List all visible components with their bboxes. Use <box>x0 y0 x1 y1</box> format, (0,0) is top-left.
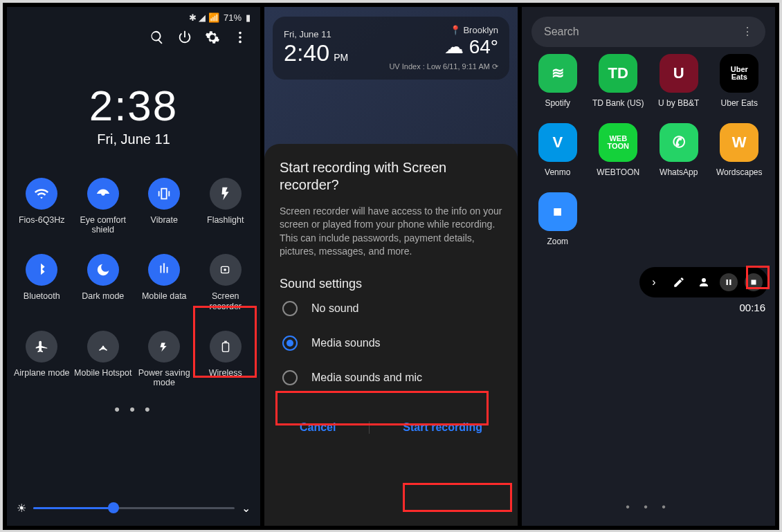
qs-tile-label: Eye comfort shield <box>74 215 132 235</box>
app-icon: Uber Eats <box>720 54 758 93</box>
app-label: WhatsApp <box>660 167 698 177</box>
app-drawer-panel: Search ⋮ ≋SpotifyTDTD Bank (US)UU by BB&… <box>522 7 775 526</box>
bt-icon <box>26 254 57 286</box>
app-label: WEBTOON <box>597 167 639 177</box>
qs-tile-label: Bluetooth <box>24 291 60 301</box>
weather-time: 2:40 <box>284 39 329 66</box>
start-recording-button[interactable]: Start recording <box>396 416 489 439</box>
weather-temp: 64° <box>469 36 498 57</box>
dialog-title: Start recording with Screen recorder? <box>280 159 502 194</box>
chevron-down-icon[interactable]: ⌄ <box>242 502 251 515</box>
svg-point-1 <box>239 36 242 39</box>
moon-icon <box>87 254 119 286</box>
data-icon <box>148 254 180 286</box>
search-icon[interactable] <box>149 30 165 48</box>
app-spotify[interactable]: ≋Spotify <box>527 54 588 108</box>
screen-recorder-dialog: Start recording with Screen recorder? Sc… <box>264 144 518 526</box>
qs-tile-label: Screen recorder <box>197 291 255 311</box>
status-icons: ✱ ◢ 📶 <box>189 12 219 23</box>
app-icon: ✆ <box>660 123 698 162</box>
qs-tile-power[interactable]: Power saving mode <box>134 331 195 388</box>
app-icon: TD <box>599 54 637 93</box>
qs-tile-label: Dark mode <box>82 291 124 301</box>
chevron-right-icon[interactable]: › <box>645 273 663 291</box>
app-icon: WEB TOON <box>599 123 637 162</box>
dialog-description: Screen recorder will have access to the … <box>280 205 502 259</box>
wireless-icon <box>210 331 242 363</box>
qs-tile-bt[interactable]: Bluetooth <box>11 254 73 311</box>
qs-tile-label: Vibrate <box>151 215 178 225</box>
radio-label: Media sounds <box>311 337 381 349</box>
clock-date: Fri, June 11 <box>7 131 260 147</box>
power-icon <box>148 331 180 363</box>
clock-time: 2:38 <box>7 81 260 130</box>
eye-icon <box>87 178 119 210</box>
gear-icon[interactable] <box>205 30 220 48</box>
qs-tile-data[interactable]: Mobile data <box>134 254 195 311</box>
app-label: TD Bank (US) <box>592 98 644 108</box>
qs-tile-flash[interactable]: Flashlight <box>195 178 257 235</box>
qs-tile-label: Power saving mode <box>135 368 193 388</box>
weather-widget[interactable]: Fri, June 11 2:40PM 📍 Brooklyn ☁ 64° UV … <box>273 17 509 80</box>
qs-tile-hotspot[interactable]: Mobile Hotspot <box>73 331 134 388</box>
brightness-slider[interactable] <box>33 507 235 509</box>
app-webtoon[interactable]: WEB TOONWEBTOON <box>588 123 649 177</box>
qs-tile-wireless[interactable]: Wireless <box>195 331 257 388</box>
app-td-bank-us-[interactable]: TDTD Bank (US) <box>588 54 649 108</box>
weather-location: Brooklyn <box>463 25 498 35</box>
clock-widget: 2:38 Fri, June 11 <box>7 81 260 147</box>
weather-sub: UV Index : Low 6/11, 9:11 AM ⟳ <box>389 62 498 71</box>
radio-label: Media sounds and mic <box>311 372 422 384</box>
app-icon: ■ <box>538 192 577 231</box>
app-wordscapes[interactable]: WWordscapes <box>709 123 770 177</box>
app-venmo[interactable]: VVenmo <box>527 123 588 177</box>
weather-date: Fri, June 11 <box>284 29 348 39</box>
qs-tile-label: Fios-6Q3Hz <box>19 215 65 225</box>
sound-option[interactable]: No sound <box>280 291 502 326</box>
screen-recorder-toolbar[interactable]: › <box>639 267 768 297</box>
search-placeholder: Search <box>544 26 742 38</box>
sound-option[interactable]: Media sounds and mic <box>280 360 502 395</box>
weather-ampm: PM <box>334 52 348 63</box>
battery-icon: ▮ <box>246 12 251 23</box>
battery-percent: 71% <box>224 12 242 23</box>
sound-option[interactable]: Media sounds <box>280 326 502 360</box>
recording-timer: 00:16 <box>739 302 765 313</box>
pencil-icon[interactable] <box>670 273 688 291</box>
app-zoom[interactable]: ■Zoom <box>527 192 588 246</box>
qs-tile-label: Flashlight <box>207 215 244 225</box>
more-icon[interactable] <box>233 30 248 48</box>
qs-tile-rec[interactable]: Screen recorder <box>195 254 257 311</box>
qs-tile-plane[interactable]: Airplane mode <box>11 331 73 388</box>
wifi-icon <box>26 178 57 210</box>
app-uber-eats[interactable]: Uber EatsUber Eats <box>709 54 770 108</box>
svg-point-0 <box>239 31 242 34</box>
pause-button[interactable] <box>720 273 738 291</box>
power-icon[interactable] <box>177 30 192 48</box>
app-icon: V <box>538 123 577 162</box>
app-icon: ≋ <box>538 54 577 93</box>
radio-icon <box>282 370 298 385</box>
cancel-button[interactable]: Cancel <box>293 416 343 439</box>
svg-rect-7 <box>222 343 228 352</box>
app-u-by-bb-t[interactable]: UU by BB&T <box>648 54 709 108</box>
qs-tile-eye[interactable]: Eye comfort shield <box>73 178 134 235</box>
plane-icon <box>26 331 57 363</box>
app-whatsapp[interactable]: ✆WhatsApp <box>648 123 709 177</box>
quick-settings-panel: ✱ ◢ 📶 71% ▮ 2:38 Fri, June 11 Fios-6Q3Hz… <box>7 7 260 526</box>
more-icon[interactable]: ⋮ <box>742 25 753 38</box>
qs-tile-label: Mobile data <box>142 291 187 301</box>
qs-tile-wifi[interactable]: Fios-6Q3Hz <box>11 178 73 235</box>
person-icon[interactable] <box>695 273 713 291</box>
status-bar: ✱ ◢ 📶 71% ▮ <box>7 7 260 26</box>
qs-tile-label: Wireless <box>209 368 242 378</box>
app-label: Venmo <box>545 167 570 177</box>
search-bar[interactable]: Search ⋮ <box>531 17 765 47</box>
qs-tile-moon[interactable]: Dark mode <box>73 254 134 311</box>
radio-label: No sound <box>311 302 359 315</box>
app-icon: U <box>660 54 698 93</box>
stop-button[interactable] <box>745 273 763 291</box>
rec-icon <box>210 254 242 286</box>
vibrate-icon <box>148 178 180 210</box>
qs-tile-vibrate[interactable]: Vibrate <box>134 178 195 235</box>
